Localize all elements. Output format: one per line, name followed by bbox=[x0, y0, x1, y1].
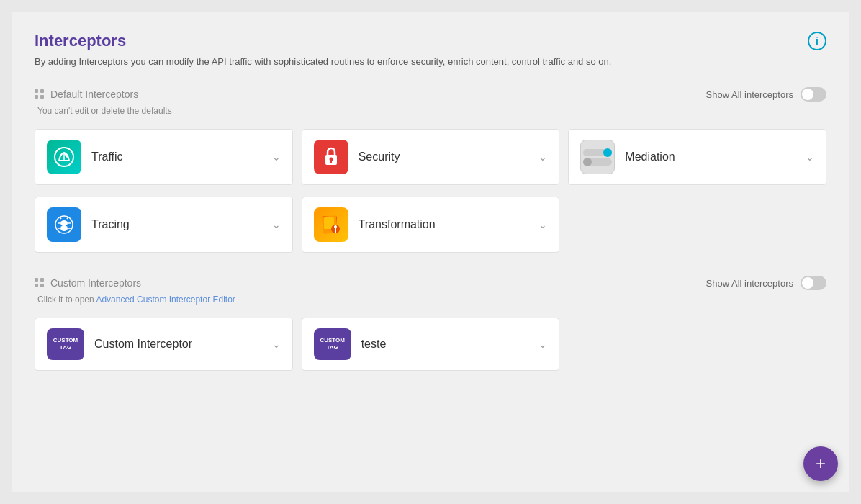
page-description: By adding Interceptors you can modify th… bbox=[35, 56, 826, 67]
mediation-icon bbox=[580, 140, 615, 174]
interceptor-card-teste[interactable]: CUSTOM TAG teste ⌄ bbox=[302, 318, 560, 371]
main-content: i Interceptors By adding Interceptors yo… bbox=[12, 12, 849, 492]
section-grid-icon bbox=[35, 89, 45, 99]
grid-dot bbox=[35, 95, 38, 99]
svg-point-14 bbox=[60, 220, 68, 226]
custom-section-subtitle: Click it to open Advanced Custom Interce… bbox=[37, 294, 826, 305]
tracing-label: Tracing bbox=[91, 218, 262, 231]
teste-tag-line2: TAG bbox=[327, 344, 338, 351]
grid-dot bbox=[35, 278, 38, 282]
teste-tag-line1: CUSTOM bbox=[320, 337, 345, 344]
custom-section-title: Custom Interceptors bbox=[50, 277, 141, 289]
default-interceptors-row2: Tracing ⌄ Transformation ⌄ bbox=[35, 197, 826, 253]
tracing-icon bbox=[47, 207, 81, 242]
teste-icon: CUSTOM TAG bbox=[314, 328, 351, 360]
default-show-all-row: Show All interceptors bbox=[706, 87, 826, 102]
custom-section-grid-icon bbox=[35, 278, 45, 288]
security-label: Security bbox=[359, 150, 529, 163]
page-title: Interceptors bbox=[35, 32, 826, 50]
custom-subtitle-prefix: Click it to open bbox=[37, 294, 96, 305]
custom-tag-icon: CUSTOM TAG bbox=[47, 328, 84, 360]
svg-point-25 bbox=[334, 225, 337, 228]
traffic-label: Traffic bbox=[91, 150, 262, 163]
teste-tag-icon: CUSTOM TAG bbox=[314, 328, 351, 360]
transformation-icon bbox=[314, 207, 348, 242]
interceptor-card-security[interactable]: Security ⌄ bbox=[302, 129, 560, 185]
custom1-label: Custom Interceptor bbox=[94, 338, 262, 351]
grid-dot bbox=[35, 284, 38, 287]
traffic-chevron: ⌄ bbox=[272, 151, 281, 163]
custom1-chevron: ⌄ bbox=[272, 338, 281, 350]
grid-dot bbox=[35, 89, 38, 93]
traffic-icon bbox=[47, 140, 81, 174]
custom-show-all-row: Show All interceptors bbox=[706, 276, 826, 290]
teste-chevron: ⌄ bbox=[538, 338, 547, 350]
security-chevron: ⌄ bbox=[538, 151, 547, 163]
svg-point-15 bbox=[60, 225, 68, 231]
custom-subtitle-link[interactable]: Advanced Custom Interceptor Editor bbox=[96, 294, 235, 305]
grid-dot bbox=[40, 284, 44, 287]
custom-section-header: Custom Interceptors Show All interceptor… bbox=[35, 276, 826, 290]
interceptor-card-mediation[interactable]: Mediation ⌄ bbox=[568, 129, 826, 185]
interceptor-card-transformation[interactable]: Transformation ⌄ bbox=[302, 197, 560, 253]
custom-show-all-label: Show All interceptors bbox=[706, 278, 793, 289]
custom-interceptors-row: CUSTOM TAG Custom Interceptor ⌄ CUSTOM T… bbox=[35, 318, 826, 371]
grid-dot bbox=[40, 95, 44, 99]
default-section-subtitle: You can't edit or delete the defaults bbox=[37, 106, 826, 116]
default-section-header: Default Interceptors Show All intercepto… bbox=[35, 87, 826, 102]
interceptor-card-custom1[interactable]: CUSTOM TAG Custom Interceptor ⌄ bbox=[35, 318, 293, 371]
mediation-chevron: ⌄ bbox=[806, 151, 814, 163]
svg-point-10 bbox=[583, 158, 592, 166]
custom-title-row: Custom Interceptors bbox=[35, 277, 141, 289]
interceptor-card-traffic[interactable]: Traffic ⌄ bbox=[35, 129, 293, 185]
svg-point-8 bbox=[603, 148, 612, 157]
default-interceptors-section: Default Interceptors Show All intercepto… bbox=[35, 87, 826, 116]
transformation-chevron: ⌄ bbox=[538, 219, 547, 230]
default-section-title: Default Interceptors bbox=[50, 89, 138, 100]
info-icon[interactable]: i bbox=[808, 32, 826, 50]
default-show-all-toggle[interactable] bbox=[801, 87, 826, 102]
fab-add-button[interactable]: + bbox=[803, 446, 838, 481]
grid-dot bbox=[40, 278, 44, 282]
default-show-all-label: Show All interceptors bbox=[706, 89, 793, 100]
transformation-label: Transformation bbox=[359, 218, 529, 231]
default-interceptors-row1: Traffic ⌄ Security ⌄ bbox=[35, 129, 826, 185]
interceptor-card-tracing[interactable]: Tracing ⌄ bbox=[35, 197, 293, 253]
grid-dot bbox=[40, 89, 44, 93]
tracing-chevron: ⌄ bbox=[272, 219, 281, 230]
custom-tag-line1: CUSTOM bbox=[53, 337, 78, 344]
custom1-icon: CUSTOM TAG bbox=[47, 328, 84, 360]
custom-tag-line2: TAG bbox=[60, 344, 71, 351]
fab-label: + bbox=[816, 454, 826, 474]
security-icon bbox=[314, 140, 348, 174]
mediation-label: Mediation bbox=[625, 150, 795, 163]
custom-show-all-toggle[interactable] bbox=[801, 276, 826, 290]
custom-interceptors-section: Custom Interceptors Show All interceptor… bbox=[35, 276, 826, 305]
svg-point-5 bbox=[329, 158, 333, 161]
default-title-row: Default Interceptors bbox=[35, 89, 138, 100]
teste-label: teste bbox=[361, 338, 529, 351]
